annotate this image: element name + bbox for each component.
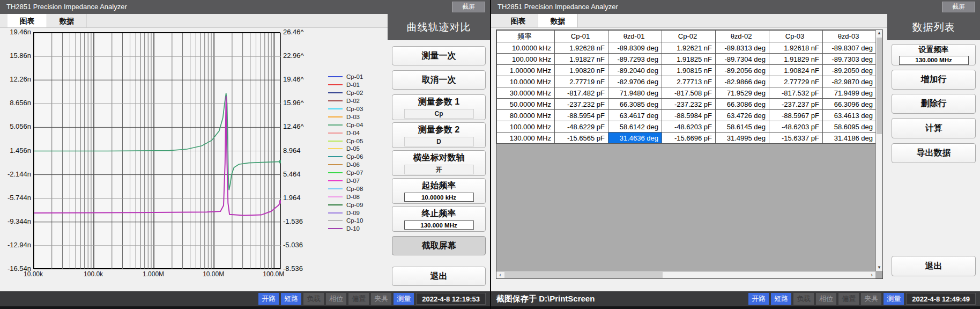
table-cell[interactable]: 100.000 kHz [497, 54, 555, 65]
table-cell[interactable]: 10.0000 MHz [497, 76, 555, 87]
table-cell[interactable]: -237.237 pF [769, 99, 823, 110]
capture-screen-button[interactable]: 截取屏幕 [392, 236, 486, 255]
table-cell[interactable]: -89.8307 deg [823, 42, 877, 54]
table-cell[interactable]: -15.6696 pF [662, 133, 716, 144]
status-button-7[interactable]: 测量 [884, 293, 904, 305]
table-cell[interactable]: -89.8309 deg [608, 42, 662, 54]
table-cell[interactable]: 2.77713 nF [662, 76, 716, 87]
add-row-button[interactable]: 增加行 [892, 70, 976, 90]
status-button-2[interactable]: 短路 [771, 293, 791, 305]
table-cell[interactable]: -48.6229 pF [555, 121, 608, 133]
table-vertical-scrollbar[interactable]: ▲ ▼ [875, 30, 882, 271]
table-cell[interactable]: 1.90815 nF [662, 65, 716, 76]
start-frequency-input[interactable] [404, 193, 474, 202]
table-cell[interactable]: -89.7304 deg [716, 54, 769, 65]
table-cell[interactable]: -88.5954 pF [555, 110, 608, 121]
table-cell[interactable]: -89.7303 deg [823, 54, 877, 65]
right-tab-data[interactable]: 数据 [538, 14, 578, 27]
set-frequency-input[interactable] [899, 56, 969, 65]
status-button-5[interactable]: 偏置 [838, 293, 859, 305]
table-cell[interactable]: 10.0000 kHz [497, 42, 555, 54]
table-cell[interactable]: -15.6337 pF [769, 133, 823, 144]
table-horizontal-scrollbar[interactable]: ‹ › [496, 271, 875, 278]
table-cell[interactable]: 31.4995 deg [716, 133, 769, 144]
table-cell[interactable]: 130.000 MHz [497, 133, 555, 144]
table-cell[interactable]: -817.508 pF [662, 87, 716, 99]
table-cell[interactable]: 1.90824 nF [769, 65, 823, 76]
right-screenshot-button[interactable]: 截屏 [942, 2, 975, 12]
table-cell[interactable]: 31.4636 deg [608, 133, 662, 144]
table-cell[interactable]: -237.232 pF [555, 99, 608, 110]
status-button-7[interactable]: 测量 [394, 293, 414, 305]
left-tab-data[interactable]: 数据 [47, 14, 87, 27]
table-cell[interactable]: 63.4617 deg [608, 110, 662, 121]
status-button-1[interactable]: 开路 [748, 293, 769, 305]
table-cell[interactable]: 66.3085 deg [608, 99, 662, 110]
scroll-right-icon[interactable]: › [868, 271, 875, 278]
measure-once-button[interactable]: 测量一次 [392, 46, 486, 65]
table-cell[interactable]: -89.2040 deg [608, 65, 662, 76]
table-cell[interactable]: 31.4186 deg [823, 133, 877, 144]
status-button-1[interactable]: 开路 [258, 293, 279, 305]
table-cell[interactable]: -48.6203 pF [769, 121, 823, 133]
table-cell[interactable]: 1.00000 MHz [497, 65, 555, 76]
table-cell[interactable]: 1.90820 nF [555, 65, 608, 76]
cancel-once-button[interactable]: 取消一次 [392, 70, 486, 90]
table-cell[interactable]: 1.91827 nF [555, 54, 608, 65]
export-data-button[interactable]: 导出数据 [892, 143, 976, 163]
table-cell[interactable]: 2.77729 nF [769, 76, 823, 87]
table-cell[interactable]: 50.0000 MHz [497, 99, 555, 110]
table-cell[interactable]: 30.0000 MHz [497, 87, 555, 99]
table-cell[interactable]: 66.3086 deg [716, 99, 769, 110]
table-cell[interactable]: -817.482 pF [555, 87, 608, 99]
left-screenshot-button[interactable]: 截屏 [452, 2, 485, 12]
stop-frequency-input[interactable] [404, 220, 474, 230]
table-cell[interactable]: 66.3096 deg [823, 99, 877, 110]
table-cell[interactable]: -89.2050 deg [823, 65, 877, 76]
table-cell[interactable]: 63.4613 deg [823, 110, 877, 121]
table-cell[interactable]: -48.6203 pF [662, 121, 716, 133]
status-button-6[interactable]: 夹具 [371, 293, 391, 305]
table-cell[interactable]: 80.0000 MHz [497, 110, 555, 121]
table-cell[interactable]: -89.2056 deg [716, 65, 769, 76]
table-cell[interactable]: -82.9870 deg [823, 76, 877, 87]
table-cell[interactable]: 63.4726 deg [716, 110, 769, 121]
start-frequency-button[interactable]: 起始频率 [392, 178, 486, 204]
status-button-4[interactable]: 相位 [326, 293, 346, 305]
measure-param1-button[interactable]: 测量参数 1 Cp [392, 94, 486, 120]
status-button-2[interactable]: 短路 [281, 293, 301, 305]
table-cell[interactable]: 1.92621 nF [662, 42, 716, 54]
table-cell[interactable]: 58.6095 deg [823, 121, 877, 133]
table-cell[interactable]: 2.77719 nF [555, 76, 608, 87]
scroll-left-icon[interactable]: ‹ [496, 271, 504, 278]
horizontal-scroll-thumb[interactable] [504, 272, 663, 278]
delete-row-button[interactable]: 删除行 [892, 94, 976, 114]
table-cell[interactable]: -817.532 pF [769, 87, 823, 99]
table-cell[interactable]: 71.9529 deg [716, 87, 769, 99]
stop-frequency-button[interactable]: 终止频率 [392, 206, 486, 232]
table-cell[interactable]: 71.9499 deg [823, 87, 877, 99]
table-cell[interactable]: 58.6145 deg [716, 121, 769, 133]
table-cell[interactable]: 1.92618 nF [769, 42, 823, 54]
measure-param2-button[interactable]: 测量参数 2 D [392, 122, 486, 148]
vertical-scroll-thumb[interactable] [877, 38, 882, 134]
status-button-5[interactable]: 偏置 [348, 293, 369, 305]
status-button-4[interactable]: 相位 [816, 293, 836, 305]
set-frequency-button[interactable]: 设置频率 [892, 44, 976, 65]
right-exit-button[interactable]: 退出 [892, 256, 976, 276]
table-cell[interactable]: 71.9480 deg [608, 87, 662, 99]
table-cell[interactable]: -15.6565 pF [555, 133, 608, 144]
calculate-button[interactable]: 计算 [892, 118, 976, 138]
table-cell[interactable]: 1.92628 nF [555, 42, 608, 54]
left-exit-button[interactable]: 退出 [392, 267, 486, 286]
scroll-down-icon[interactable]: ▼ [876, 264, 882, 271]
table-cell[interactable]: -82.9706 deg [608, 76, 662, 87]
scroll-up-icon[interactable]: ▲ [876, 30, 882, 36]
table-cell[interactable]: 58.6142 deg [608, 121, 662, 133]
table-cell[interactable]: -82.9866 deg [716, 76, 769, 87]
left-tab-chart[interactable]: 图表 [8, 14, 47, 27]
table-cell[interactable]: -88.5984 pF [662, 110, 716, 121]
log-axis-toggle-button[interactable]: 横坐标对数轴 开 [392, 150, 486, 176]
status-button-3[interactable]: 负载 [793, 293, 814, 305]
right-tab-chart[interactable]: 图表 [499, 14, 538, 27]
